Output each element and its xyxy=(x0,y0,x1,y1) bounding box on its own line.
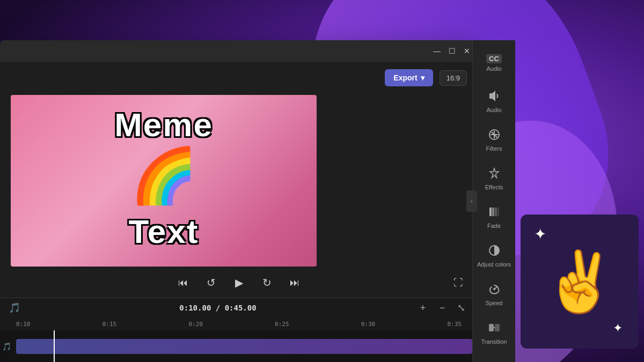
filters-label: Filters xyxy=(486,145,502,152)
ruler-marks: 0:10 0:15 0:20 0:25 0:30 0:35 xyxy=(16,321,462,328)
timeline-left-actions: 🎵 xyxy=(9,302,20,314)
export-chevron-icon: ▾ xyxy=(421,73,425,82)
timeline-ruler: 0:10 0:15 0:20 0:25 0:30 0:35 xyxy=(0,317,478,330)
svg-rect-6 xyxy=(492,208,494,216)
emoji-area: 🌈 xyxy=(130,149,197,202)
meme-text-overlay: Meme xyxy=(11,106,317,144)
sticker-emoji: ✌️ xyxy=(543,252,617,311)
sidebar-item-speed[interactable]: Speed xyxy=(475,276,514,313)
transition-label: Transition xyxy=(481,338,507,345)
play-icon: ▶ xyxy=(235,276,243,289)
preview-area: Meme 🌈 Text xyxy=(0,94,478,268)
fullscreen-button[interactable]: ⛶ xyxy=(450,274,467,291)
sidebar-collapse-button[interactable]: ‹ xyxy=(466,190,477,212)
audio-icon xyxy=(488,90,501,105)
sparkle-icon-top: ✦ xyxy=(534,225,546,243)
playback-controls: ⏮ ↺ ▶ ↻ ⏭ ⛶ xyxy=(0,268,478,298)
minimize-button[interactable]: — xyxy=(433,47,441,55)
skip-forward-icon: ⏭ xyxy=(290,277,299,289)
collapse-icon: ‹ xyxy=(471,198,472,204)
sticker-card: ✦ ✌️ ✦ xyxy=(521,215,639,349)
time-display: 0:10.00 / 0:45.00 xyxy=(179,304,256,312)
svg-marker-0 xyxy=(489,91,495,101)
sidebar-item-fade[interactable]: Fade xyxy=(475,199,514,235)
rewind-button[interactable]: ↺ xyxy=(202,274,219,291)
aspect-ratio-button[interactable]: 16:9 xyxy=(440,70,467,86)
rewind-icon: ↺ xyxy=(207,276,216,289)
sidebar-item-captions[interactable]: CC Audio xyxy=(475,45,514,81)
transition-icon xyxy=(488,321,501,336)
title-bar: — ☐ ✕ xyxy=(0,40,478,62)
rainbow-emoji: 🌈 xyxy=(130,149,197,202)
adjust-colors-icon xyxy=(488,244,501,259)
sidebar-item-transition[interactable]: Transition xyxy=(475,315,514,351)
speed-label: Speed xyxy=(486,300,503,306)
effects-icon xyxy=(488,167,501,182)
export-label: Export xyxy=(393,73,417,82)
timeline-track[interactable]: 🎵 xyxy=(0,330,478,362)
export-button[interactable]: Export ▾ xyxy=(385,69,433,86)
adjust-colors-label: Adjust colors xyxy=(477,261,511,268)
play-button[interactable]: ▶ xyxy=(230,274,247,291)
ruler-mark: 0:10 xyxy=(16,321,31,328)
forward-button[interactable]: ↻ xyxy=(258,274,275,291)
ruler-mark: 0:25 xyxy=(275,321,289,328)
time-separator: / xyxy=(216,304,225,312)
ruler-mark: 0:35 xyxy=(447,321,462,328)
sparkle-icon-bottom: ✦ xyxy=(613,321,623,335)
sidebar-item-audio[interactable]: Audio xyxy=(475,83,514,120)
maximize-button[interactable]: ☐ xyxy=(448,47,456,55)
track-add-icon: 🎵 xyxy=(9,302,20,314)
ruler-mark: 0:20 xyxy=(188,321,203,328)
svg-rect-7 xyxy=(495,208,497,216)
body-text-overlay: Text xyxy=(11,212,317,250)
timeline-right-actions: + − ⤡ xyxy=(415,300,469,315)
sidebar-item-adjust-colors[interactable]: Adjust colors xyxy=(475,238,514,274)
toolbar: Export ▾ 16:9 xyxy=(0,62,478,94)
filters-icon xyxy=(488,128,501,143)
svg-rect-13 xyxy=(495,324,500,331)
app-window: — ☐ ✕ Export ▾ 16:9 Meme 🌈 Text xyxy=(0,40,478,362)
zoom-add-button[interactable]: + xyxy=(415,300,430,315)
right-sidebar: ‹ CC Audio Audio Filters xyxy=(472,40,515,362)
current-time: 0:10.00 xyxy=(179,304,211,312)
ruler-mark: 0:15 xyxy=(103,321,117,328)
fade-label: Fade xyxy=(487,223,501,229)
fade-icon xyxy=(488,205,501,220)
skip-back-button[interactable]: ⏮ xyxy=(174,274,192,291)
timeline-header: 🎵 0:10.00 / 0:45.00 + − ⤡ xyxy=(0,298,478,317)
forward-icon: ↻ xyxy=(262,276,272,289)
main-content: Export ▾ 16:9 Meme 🌈 Text ⏮ ↺ xyxy=(0,62,478,362)
sidebar-item-filters[interactable]: Filters xyxy=(475,122,514,158)
captions-icon: CC xyxy=(486,54,502,63)
ruler-mark: 0:30 xyxy=(361,321,376,328)
captions-label: Audio xyxy=(486,65,501,72)
track-icon: 🎵 xyxy=(2,342,11,351)
fullscreen-icon: ⛶ xyxy=(453,277,463,289)
aspect-ratio-label: 16:9 xyxy=(447,74,460,82)
sidebar-item-effects[interactable]: Effects xyxy=(475,160,514,197)
effects-label: Effects xyxy=(485,184,503,190)
zoom-out-button[interactable]: − xyxy=(435,300,450,315)
svg-rect-5 xyxy=(489,208,492,216)
svg-rect-12 xyxy=(489,324,494,331)
total-time: 0:45.00 xyxy=(225,304,257,312)
video-preview: Meme 🌈 Text xyxy=(11,95,317,267)
skip-back-icon: ⏮ xyxy=(178,277,188,289)
svg-point-11 xyxy=(493,288,495,290)
close-button[interactable]: ✕ xyxy=(463,47,471,55)
playhead xyxy=(54,330,55,362)
timeline-section: 🎵 0:10.00 / 0:45.00 + − ⤡ 0:10 0:15 0: xyxy=(0,298,478,362)
audio-label: Audio xyxy=(486,107,501,113)
fit-button[interactable]: ⤡ xyxy=(454,300,469,315)
speed-icon xyxy=(488,283,501,298)
window-controls: — ☐ ✕ xyxy=(433,47,471,55)
svg-rect-8 xyxy=(497,208,499,216)
track-bar xyxy=(16,339,472,354)
skip-forward-button[interactable]: ⏭ xyxy=(286,274,303,291)
